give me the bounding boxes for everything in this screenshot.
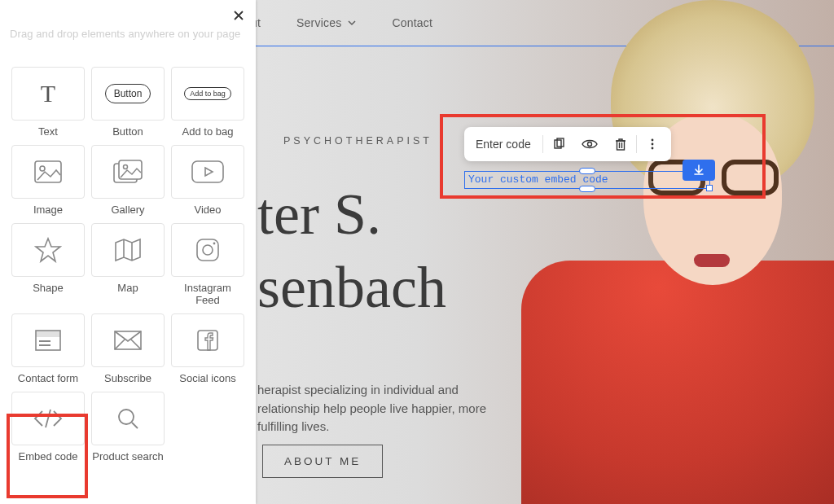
svg-point-22 [119, 410, 134, 424]
download-icon[interactable] [683, 160, 715, 181]
about-me-button[interactable]: ABOUT ME [262, 445, 383, 478]
eye-icon[interactable] [574, 128, 605, 160]
svg-rect-19 [39, 344, 50, 346]
tile-gallery[interactable]: Gallery [91, 145, 165, 216]
resize-handle-corner[interactable] [706, 185, 713, 191]
svg-point-5 [651, 143, 653, 146]
nav-item-services[interactable]: Services [296, 16, 356, 29]
svg-rect-12 [192, 161, 223, 182]
embed-code-element[interactable]: Your custom embed code [464, 171, 710, 189]
hero-subtitle: PSYCHOTHERAPIST [283, 135, 432, 147]
envelope-icon [91, 313, 165, 367]
svg-rect-13 [197, 239, 218, 261]
search-icon [91, 392, 165, 445]
map-icon [91, 223, 165, 277]
add-to-bag-icon: Add to bag [171, 67, 244, 121]
panel-caption: Drag and drop elements anywhere on your … [10, 28, 240, 40]
tile-text[interactable]: T Text [11, 67, 85, 138]
svg-rect-18 [39, 340, 50, 342]
more-vertical-icon[interactable] [637, 128, 668, 160]
svg-point-14 [203, 245, 213, 255]
tile-shape[interactable]: Shape [11, 223, 85, 306]
embed-placeholder: Your custom embed code [468, 173, 608, 186]
nav-label: Services [296, 16, 341, 29]
tile-product-search[interactable]: Product search [91, 392, 165, 462]
nav-item-contact[interactable]: Contact [392, 16, 432, 29]
svg-point-8 [40, 166, 45, 171]
facebook-icon [171, 313, 244, 367]
text-icon: T [11, 67, 85, 121]
hero-description: herapist specializing in individual and … [257, 381, 518, 436]
elements-panel: Drag and drop elements anywhere on your … [0, 0, 256, 504]
hero-title-line1: ter S. [257, 182, 381, 247]
embed-toolbar: Enter code [464, 127, 671, 161]
trash-icon[interactable] [605, 128, 636, 160]
site-nav: out Services Contact [244, 0, 432, 46]
svg-point-15 [213, 243, 216, 245]
hero-title: ter S. senbach [257, 177, 446, 324]
tile-image[interactable]: Image [11, 145, 85, 216]
star-icon [11, 223, 85, 277]
hero-title-line2: senbach [257, 255, 446, 320]
tile-embed-code[interactable]: Embed code [11, 392, 85, 462]
svg-rect-17 [36, 331, 60, 337]
code-icon [11, 392, 85, 445]
svg-point-4 [651, 139, 653, 142]
tile-subscribe[interactable]: Subscribe [91, 313, 165, 384]
hero-photo [505, 0, 834, 504]
tile-button[interactable]: Button Button [91, 67, 165, 138]
tile-instagram-feed[interactable]: Instagram Feed [171, 223, 244, 306]
resize-handle-bottom[interactable] [579, 186, 595, 192]
copy-icon[interactable] [543, 128, 574, 160]
chevron-down-icon [348, 15, 356, 28]
image-icon [11, 145, 85, 199]
close-icon[interactable] [233, 7, 244, 25]
tile-add-to-bag[interactable]: Add to bag Add to bag [171, 67, 244, 138]
tile-map[interactable]: Map [91, 223, 165, 306]
tile-video[interactable]: Video [171, 145, 244, 216]
enter-code-button[interactable]: Enter code [464, 138, 542, 151]
instagram-icon [171, 223, 244, 277]
gallery-icon [91, 145, 165, 199]
svg-point-6 [651, 147, 653, 150]
tile-social-icons[interactable]: Social icons [171, 313, 244, 384]
contact-form-icon [11, 313, 85, 367]
svg-rect-3 [617, 141, 624, 150]
svg-point-2 [587, 142, 591, 147]
resize-handle-top[interactable] [579, 168, 595, 174]
elements-grid: T Text Button Button Add to bag Add to b… [11, 67, 248, 462]
button-icon: Button [91, 67, 165, 121]
video-icon [171, 145, 244, 199]
tile-contact-form[interactable]: Contact form [11, 313, 85, 384]
